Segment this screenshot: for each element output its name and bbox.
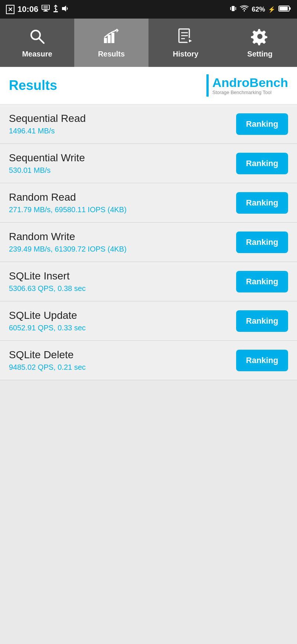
bench-row-sqlite-update: SQLite Update 6052.91 QPS, 0.33 sec Rank… bbox=[0, 301, 297, 341]
tab-results[interactable]: Results bbox=[74, 19, 148, 67]
wifi-icon bbox=[240, 5, 249, 14]
bench-value-random-write: 239.49 MB/s, 61309.72 IOPS (4KB) bbox=[9, 245, 127, 253]
tab-bar: Measure Results bbox=[0, 19, 297, 67]
bench-value-random-read: 271.79 MB/s, 69580.11 IOPS (4KB) bbox=[9, 206, 127, 214]
battery-icon bbox=[278, 5, 291, 14]
history-icon bbox=[177, 27, 195, 47]
volume-icon bbox=[61, 5, 69, 14]
bench-name-sqlite-insert: SQLite Insert bbox=[9, 270, 86, 282]
gear-icon bbox=[251, 27, 269, 47]
bench-info-sequential-read: Sequential Read 1496.41 MB/s bbox=[9, 113, 86, 135]
svg-rect-11 bbox=[235, 7, 236, 10]
bench-info-sqlite-insert: SQLite Insert 5306.63 QPS, 0.38 sec bbox=[9, 270, 86, 293]
svg-rect-18 bbox=[108, 35, 111, 43]
bench-info-random-write: Random Write 239.49 MB/s, 61309.72 IOPS … bbox=[9, 231, 127, 253]
tab-results-label: Results bbox=[98, 50, 125, 58]
bench-row-sequential-write: Sequential Write 530.01 MB/s Ranking bbox=[0, 144, 297, 183]
svg-rect-2 bbox=[45, 10, 47, 11]
svg-rect-13 bbox=[289, 7, 291, 10]
bench-name-sequential-read: Sequential Read bbox=[9, 113, 86, 124]
ranking-btn-random-write[interactable]: Ranking bbox=[236, 232, 288, 253]
tab-setting[interactable]: Setting bbox=[223, 19, 297, 67]
svg-rect-3 bbox=[43, 11, 48, 12]
ranking-btn-sequential-write[interactable]: Ranking bbox=[236, 153, 288, 174]
logo-text-container: AndroBench Storage Benchmarking Tool bbox=[212, 76, 288, 95]
status-time: 10:06 bbox=[17, 4, 38, 14]
svg-rect-14 bbox=[280, 7, 288, 10]
bench-info-sqlite-delete: SQLite Delete 9485.02 QPS, 0.21 sec bbox=[9, 349, 86, 372]
bench-value-sqlite-delete: 9485.02 QPS, 0.21 sec bbox=[9, 363, 86, 372]
ranking-btn-sqlite-insert[interactable]: Ranking bbox=[236, 271, 288, 292]
logo-bar bbox=[206, 74, 209, 97]
tab-measure[interactable]: Measure bbox=[0, 19, 74, 67]
battery-percent: 62% bbox=[252, 6, 265, 13]
svg-point-27 bbox=[257, 34, 262, 39]
vibrate-icon bbox=[229, 5, 237, 14]
svg-marker-8 bbox=[62, 6, 66, 12]
lightning-icon: ⚡ bbox=[268, 6, 275, 13]
svg-rect-7 bbox=[53, 11, 58, 12]
bench-row-sqlite-insert: SQLite Insert 5306.63 QPS, 0.38 sec Rank… bbox=[0, 262, 297, 301]
svg-rect-1 bbox=[43, 6, 48, 9]
bench-value-sqlite-update: 6052.91 QPS, 0.33 sec bbox=[9, 324, 86, 332]
bench-row-sqlite-delete: SQLite Delete 9485.02 QPS, 0.21 sec Rank… bbox=[0, 341, 297, 380]
ranking-btn-sequential-read[interactable]: Ranking bbox=[236, 113, 288, 135]
bench-value-sqlite-insert: 5306.63 QPS, 0.38 sec bbox=[9, 284, 86, 293]
logo-sub: Storage Benchmarking Tool bbox=[212, 90, 288, 95]
bench-value-sequential-read: 1496.41 MB/s bbox=[9, 127, 86, 135]
bench-name-sqlite-update: SQLite Update bbox=[9, 310, 86, 321]
svg-rect-9 bbox=[232, 6, 235, 11]
bench-name-random-write: Random Write bbox=[9, 231, 127, 243]
bench-row-random-write: Random Write 239.49 MB/s, 61309.72 IOPS … bbox=[0, 223, 297, 262]
x-icon: ✕ bbox=[6, 5, 14, 14]
bench-value-sequential-write: 530.01 MB/s bbox=[9, 166, 85, 175]
status-left: ✕ 10:06 bbox=[6, 4, 69, 14]
ranking-btn-random-read[interactable]: Ranking bbox=[236, 192, 288, 214]
logo-bench: Bench bbox=[249, 75, 288, 90]
bench-name-random-read: Random Read bbox=[9, 191, 127, 203]
status-bar: ✕ 10:06 bbox=[0, 0, 297, 19]
search-icon bbox=[28, 27, 46, 47]
tab-history[interactable]: History bbox=[148, 19, 223, 67]
androbench-logo: AndroBench Storage Benchmarking Tool bbox=[206, 74, 288, 97]
tab-setting-label: Setting bbox=[247, 50, 272, 58]
ranking-btn-sqlite-delete[interactable]: Ranking bbox=[236, 350, 288, 371]
svg-rect-10 bbox=[230, 7, 231, 10]
status-right: 62% ⚡ bbox=[229, 5, 291, 14]
bench-name-sqlite-delete: SQLite Delete bbox=[9, 349, 86, 361]
svg-rect-19 bbox=[111, 33, 114, 43]
bench-row-sequential-read: Sequential Read 1496.41 MB/s Ranking bbox=[0, 104, 297, 144]
tab-history-label: History bbox=[173, 50, 199, 58]
bench-info-random-read: Random Read 271.79 MB/s, 69580.11 IOPS (… bbox=[9, 191, 127, 214]
logo-andro: Andro bbox=[212, 75, 249, 90]
empty-space bbox=[0, 380, 297, 559]
monitor-icon bbox=[41, 5, 50, 14]
bench-row-random-read: Random Read 271.79 MB/s, 69580.11 IOPS (… bbox=[0, 183, 297, 223]
svg-rect-17 bbox=[104, 38, 107, 43]
usb-icon bbox=[53, 4, 58, 14]
bench-info-sequential-write: Sequential Write 530.01 MB/s bbox=[9, 152, 85, 175]
tab-measure-label: Measure bbox=[22, 50, 52, 58]
svg-line-16 bbox=[39, 38, 44, 43]
bench-name-sequential-write: Sequential Write bbox=[9, 152, 85, 164]
bench-info-sqlite-update: SQLite Update 6052.91 QPS, 0.33 sec bbox=[9, 310, 86, 332]
results-header: Results AndroBench Storage Benchmarking … bbox=[0, 67, 297, 104]
chart-icon bbox=[102, 27, 120, 47]
benchmark-list: Sequential Read 1496.41 MB/s Ranking Seq… bbox=[0, 104, 297, 380]
logo-name: AndroBench bbox=[212, 76, 288, 90]
ranking-btn-sqlite-update[interactable]: Ranking bbox=[236, 310, 288, 332]
page-title: Results bbox=[9, 78, 57, 93]
